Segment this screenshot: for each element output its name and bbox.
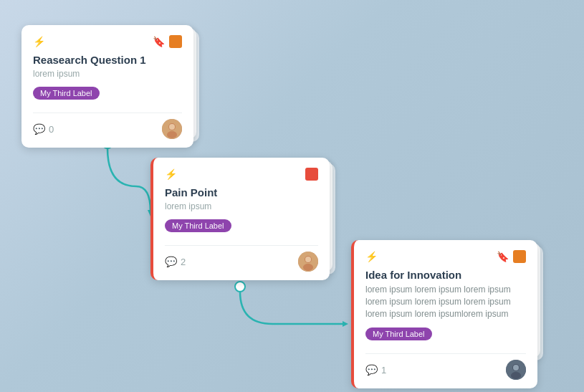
card-2-title: Pain Point	[165, 186, 318, 199]
card-3-header-left: ⚡	[365, 251, 378, 262]
card-2-header-left: ⚡	[165, 168, 177, 180]
bookmark-icon-1: 🔖	[153, 36, 165, 47]
card-1-subtitle: lorem ipsum	[33, 69, 182, 79]
card-1-title: Reasearch Question 1	[33, 54, 182, 66]
card-2-label[interactable]: My Third Label	[165, 219, 231, 232]
card-2-icons-right	[305, 168, 318, 181]
card-3-footer: 💬 1	[365, 360, 526, 380]
comment-icon-1: 💬	[33, 123, 45, 135]
svg-point-14	[511, 372, 521, 379]
card-2-divider	[165, 245, 318, 246]
card-3-header: ⚡ 🔖	[365, 250, 526, 263]
card-1-label[interactable]: My Third Label	[33, 87, 100, 100]
card-3[interactable]: ⚡ 🔖 Idea for Innovation lorem ipsum lore…	[351, 240, 537, 388]
card-1-footer: 💬 0	[33, 119, 182, 139]
color-dot-1	[169, 35, 182, 48]
card-2-comments: 💬 2	[165, 256, 186, 267]
card-2-subtitle: lorem ipsum	[165, 201, 318, 211]
card-3-label[interactable]: My Third Label	[365, 328, 432, 340]
avatar-3	[506, 360, 526, 380]
avatar-1	[162, 119, 182, 139]
card-1-header: ⚡ 🔖	[33, 35, 182, 48]
svg-point-6	[167, 131, 177, 138]
card-1-header-left: ⚡	[33, 36, 45, 47]
bolt-icon-3: ⚡	[365, 251, 378, 262]
card-1-icons-right: 🔖	[153, 35, 182, 48]
card-1-comment-count: 0	[49, 124, 54, 135]
svg-marker-3	[343, 321, 348, 327]
bolt-icon-2: ⚡	[165, 168, 177, 180]
card-3-comment-count: 1	[381, 365, 386, 376]
svg-point-10	[303, 264, 313, 271]
bookmark-icon-3: 🔖	[497, 251, 509, 262]
svg-point-11	[305, 257, 311, 262]
card-2[interactable]: ⚡ Pain Point lorem ipsum My Third Label …	[150, 158, 330, 280]
comment-icon-2: 💬	[165, 256, 177, 267]
color-dot-3	[513, 250, 526, 263]
card-stack-2: ⚡ Pain Point lorem ipsum My Third Label …	[150, 158, 330, 280]
card-3-icons-right: 🔖	[497, 250, 526, 263]
card-1[interactable]: ⚡ 🔖 Reasearch Question 1 lorem ipsum My …	[21, 25, 193, 148]
svg-point-2	[235, 282, 245, 292]
card-1-divider	[33, 113, 182, 113]
card-2-header: ⚡	[165, 168, 318, 181]
card-1-comments: 💬 0	[33, 123, 54, 135]
card-2-footer: 💬 2	[165, 252, 318, 272]
avatar-2	[298, 252, 318, 272]
card-2-comment-count: 2	[181, 257, 186, 267]
card-3-title: Idea for Innovation	[365, 269, 526, 281]
card-stack-1: ⚡ 🔖 Reasearch Question 1 lorem ipsum My …	[21, 25, 193, 148]
bolt-icon-1: ⚡	[33, 36, 45, 47]
color-dot-2	[305, 168, 318, 181]
svg-point-7	[169, 124, 175, 130]
canvas: ⚡ 🔖 Reasearch Question 1 lorem ipsum My …	[0, 0, 584, 392]
card-stack-3: ⚡ 🔖 Idea for Innovation lorem ipsum lore…	[351, 240, 537, 388]
svg-point-15	[513, 365, 519, 371]
card-3-comments: 💬 1	[365, 364, 386, 376]
card-3-body: lorem ipsum lorem ipsum lorem ipsum lore…	[365, 284, 526, 320]
card-3-divider	[365, 353, 526, 354]
comment-icon-3: 💬	[365, 364, 378, 376]
